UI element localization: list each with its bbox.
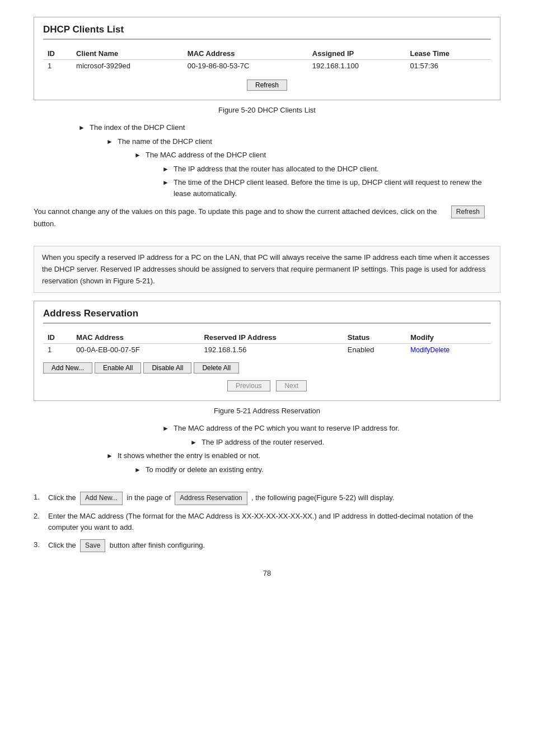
addr-bullet-4: ► To modify or delete an existing entry. bbox=[34, 464, 500, 475]
next-button[interactable]: Next bbox=[276, 380, 307, 391]
previous-button[interactable]: Previous bbox=[227, 380, 270, 391]
disable-all-button[interactable]: Disable All bbox=[143, 362, 191, 374]
address-reservation-title: Address Reservation bbox=[43, 308, 491, 324]
dhcp-clients-title: DHCP Clients List bbox=[43, 24, 491, 40]
refresh-inline-label: Refresh bbox=[451, 206, 485, 218]
steps-list: 1. Click the Add New... in the page of A… bbox=[34, 492, 500, 552]
arrow-icon-5: ► bbox=[162, 178, 170, 188]
step-1: 1. Click the Add New... in the page of A… bbox=[34, 492, 500, 505]
addr-arrow-3: ► bbox=[106, 451, 114, 461]
figure-5-21-caption: Figure 5-21 Address Reservation bbox=[34, 407, 500, 415]
refresh-button[interactable]: Refresh bbox=[247, 80, 287, 91]
ar-col-reserved-ip: Reserved IP Address bbox=[199, 332, 343, 344]
col-lease-time: Lease Time bbox=[405, 48, 491, 60]
dhcp-bullet-list: ► The index of the DHCP Client ► The nam… bbox=[34, 122, 500, 199]
addr-arrow-4: ► bbox=[134, 465, 142, 475]
ar-col-modify: Modify bbox=[406, 332, 491, 344]
table-row: 100-0A-EB-00-07-5F192.168.1.56EnabledMod… bbox=[43, 344, 491, 356]
arrow-icon-3: ► bbox=[134, 150, 142, 160]
dhcp-clients-box: DHCP Clients List ID Client Name MAC Add… bbox=[34, 17, 500, 100]
col-client-name: Client Name bbox=[72, 48, 183, 60]
arrow-icon-1: ► bbox=[78, 123, 86, 133]
col-mac: MAC Address bbox=[183, 48, 308, 60]
dhcp-para: You cannot change any of the values on t… bbox=[34, 206, 500, 230]
col-assigned-ip: Assigned IP bbox=[308, 48, 406, 60]
ar-col-status: Status bbox=[343, 332, 406, 344]
addr-arrow-1: ► bbox=[162, 423, 170, 433]
modify-link[interactable]: Modify bbox=[410, 346, 430, 354]
delete-link[interactable]: Delete bbox=[430, 346, 450, 354]
arrow-icon-2: ► bbox=[106, 137, 114, 147]
nav-row: Previous Next bbox=[43, 380, 491, 391]
bullet-3: ► The MAC address of the DHCP client bbox=[34, 150, 500, 161]
figure-5-20-caption: Figure 5-20 DHCP Clients List bbox=[34, 106, 500, 114]
bullet-1: ► The index of the DHCP Client bbox=[34, 122, 500, 133]
ar-col-mac: MAC Address bbox=[72, 332, 199, 344]
ar-col-id: ID bbox=[43, 332, 72, 344]
dhcp-clients-table: ID Client Name MAC Address Assigned IP L… bbox=[43, 48, 491, 72]
address-reservation-table: ID MAC Address Reserved IP Address Statu… bbox=[43, 332, 491, 356]
page-number: 78 bbox=[34, 569, 500, 577]
add-new-button[interactable]: Add New... bbox=[43, 362, 92, 374]
delete-all-button[interactable]: Delete All bbox=[194, 362, 239, 374]
addr-res-inline: Address Reservation bbox=[175, 492, 247, 505]
bullet-2: ► The name of the DHCP client bbox=[34, 136, 500, 147]
bullet-4: ► The IP address that the router has all… bbox=[34, 164, 500, 175]
addr-bullet-1: ► The MAC address of the PC which you wa… bbox=[34, 423, 500, 434]
add-new-inline: Add New... bbox=[80, 492, 123, 505]
step-2: 2. Enter the MAC address (The format for… bbox=[34, 511, 500, 534]
address-reservation-box: Address Reservation ID MAC Address Reser… bbox=[34, 301, 500, 401]
step-3: 3. Click the Save button after finish co… bbox=[34, 539, 500, 552]
save-inline: Save bbox=[80, 539, 105, 552]
table-row: 1microsof-3929ed00-19-86-80-53-7C192.168… bbox=[43, 60, 491, 72]
enable-all-button[interactable]: Enable All bbox=[95, 362, 141, 374]
arrow-icon-4: ► bbox=[162, 164, 170, 174]
col-id: ID bbox=[43, 48, 72, 60]
addr-arrow-2: ► bbox=[190, 437, 198, 447]
addr-bullet-list: ► The MAC address of the PC which you wa… bbox=[34, 423, 500, 475]
addr-btn-group: Add New... Enable All Disable All Delete… bbox=[43, 362, 491, 374]
addr-bullet-2: ► The IP address of the router reserved. bbox=[34, 437, 500, 448]
bullet-5: ► The time of the DHCP client leased. Be… bbox=[34, 177, 500, 199]
addr-bullet-3: ► It shows whether the entry is enabled … bbox=[34, 450, 500, 461]
address-reservation-note: When you specify a reserved IP address f… bbox=[34, 246, 500, 293]
